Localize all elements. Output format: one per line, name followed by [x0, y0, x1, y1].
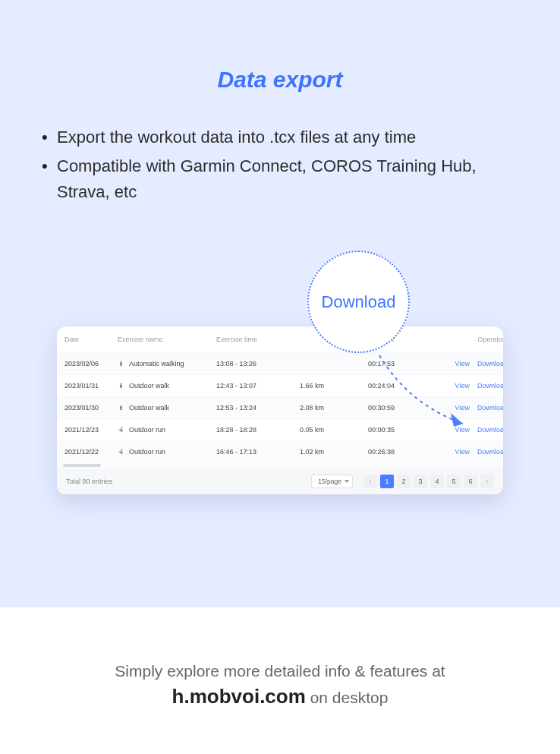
cell-exercise-name: Outdoor run: [118, 448, 216, 456]
svg-point-3: [121, 427, 123, 428]
cell-exercise-time: 16:46 - 17:13: [216, 448, 300, 456]
page-button-4[interactable]: 4: [430, 475, 444, 488]
download-link[interactable]: Download: [477, 448, 503, 456]
download-link[interactable]: Download: [477, 404, 503, 412]
cell-operator: ViewDownload: [429, 404, 503, 412]
col-header-date: Date: [64, 336, 118, 343]
pagination: 15/page ‹ 123456 ›: [311, 475, 494, 488]
cell-operator: ViewDownload: [429, 382, 503, 390]
cell-distance: 1.66 km: [300, 382, 368, 390]
cell-duration: 00:24:04: [368, 382, 429, 390]
cell-date: 2023/02/06: [64, 360, 118, 368]
total-entries-label: Total 90 entries: [66, 478, 112, 485]
cell-duration: 00:26:38: [368, 448, 429, 456]
table-row: 2021/12/22Outdoor run16:46 - 17:131.02 k…: [57, 440, 503, 462]
view-link[interactable]: View: [455, 448, 470, 456]
page-next-button[interactable]: ›: [480, 475, 494, 488]
exercise-name-text: Outdoor run: [129, 426, 165, 434]
page-button-1[interactable]: 1: [380, 475, 394, 488]
cell-operator: ViewDownload: [429, 360, 503, 368]
page-prev-button[interactable]: ‹: [363, 475, 377, 488]
footer-line2: h.mobvoi.com on desktop: [0, 685, 560, 708]
cell-date: 2023/01/30: [64, 404, 118, 412]
footer-rest: on desktop: [306, 689, 389, 706]
exercise-name-text: Outdoor walk: [129, 404, 169, 412]
page-button-6[interactable]: 6: [464, 475, 477, 488]
cell-duration: 00:30:59: [368, 404, 429, 412]
footer-domain: h.mobvoi.com: [172, 685, 306, 708]
cell-exercise-name: Outdoor walk: [118, 382, 216, 390]
view-link[interactable]: View: [455, 360, 470, 368]
cell-operator: ViewDownload: [429, 426, 503, 434]
download-link[interactable]: Download: [477, 360, 503, 368]
view-link[interactable]: View: [455, 404, 470, 412]
page-button-5[interactable]: 5: [447, 475, 461, 488]
view-link[interactable]: View: [455, 426, 470, 434]
run-icon: [118, 449, 124, 456]
walk-icon: [118, 361, 124, 368]
col-header-exercise-time: Exercise time: [216, 336, 300, 343]
footer-line1: Simply explore more detailed info & feat…: [0, 662, 560, 680]
bullet-item: Compatible with Garmin Connect, COROS Tr…: [42, 153, 518, 205]
bullet-item: Export the workout data into .tcx files …: [42, 125, 518, 150]
page-buttons: 123456: [380, 475, 477, 488]
cell-distance: 1.02 km: [300, 448, 368, 456]
workout-table-card: Date Exercise name Exercise time Duratio…: [57, 327, 503, 494]
table-header-row: Date Exercise name Exercise time Duratio…: [57, 327, 503, 352]
cell-operator: ViewDownload: [429, 448, 503, 456]
table-row: 2023/01/30Outdoor walk12:53 - 13:242.08 …: [57, 396, 503, 418]
table-row: 2023/02/06Automatic walking13:08 - 13:26…: [57, 352, 503, 374]
cell-exercise-name: Automatic walking: [118, 360, 216, 368]
cell-duration: 00:17:53: [368, 360, 429, 368]
cell-duration: 00:00:35: [368, 426, 429, 434]
run-icon: [118, 427, 124, 434]
page-button-3[interactable]: 3: [414, 475, 427, 488]
table-body: 2023/02/06Automatic walking13:08 - 13:26…: [57, 352, 503, 462]
exercise-name-text: Outdoor walk: [129, 382, 169, 390]
download-link[interactable]: Download: [477, 382, 503, 390]
hero-panel: Data export Export the workout data into…: [0, 0, 560, 607]
exercise-name-text: Automatic walking: [129, 360, 184, 368]
table-row: 2023/01/31Outdoor walk12:43 - 13:071.66 …: [57, 374, 503, 396]
page-title: Data export: [0, 67, 560, 93]
cell-date: 2021/12/23: [64, 426, 118, 434]
cell-distance: 2.08 km: [300, 404, 368, 412]
col-header-exercise-name: Exercise name: [118, 336, 216, 343]
cell-exercise-time: 12:53 - 13:24: [216, 404, 300, 412]
walk-icon: [118, 405, 124, 412]
cell-distance: 0.05 km: [300, 426, 368, 434]
download-callout-label: Download: [322, 292, 396, 312]
table-row: 2021/12/23Outdoor run18:28 - 18:280.05 k…: [57, 418, 503, 440]
cell-exercise-time: 18:28 - 18:28: [216, 426, 300, 434]
cell-exercise-time: 13:08 - 13:26: [216, 360, 300, 368]
svg-point-4: [121, 449, 123, 450]
cell-date: 2021/12/22: [64, 448, 118, 456]
horizontal-scrollbar[interactable]: [57, 462, 503, 468]
table-footer: Total 90 entries 15/page ‹ 123456 ›: [57, 468, 503, 494]
cell-exercise-name: Outdoor run: [118, 426, 216, 434]
feature-bullets: Export the workout data into .tcx files …: [0, 125, 560, 205]
page-footer: Simply explore more detailed info & feat…: [0, 662, 560, 708]
exercise-name-text: Outdoor run: [129, 448, 165, 456]
cell-exercise-name: Outdoor walk: [118, 404, 216, 412]
cell-date: 2023/01/31: [64, 382, 118, 390]
download-link[interactable]: Download: [477, 426, 503, 434]
cell-exercise-time: 12:43 - 13:07: [216, 382, 300, 390]
page-button-2[interactable]: 2: [397, 475, 411, 488]
view-link[interactable]: View: [455, 382, 470, 390]
download-callout: Download: [307, 251, 410, 353]
walk-icon: [118, 383, 124, 390]
col-header-operator: Operator: [429, 336, 503, 343]
per-page-select[interactable]: 15/page: [311, 475, 353, 488]
